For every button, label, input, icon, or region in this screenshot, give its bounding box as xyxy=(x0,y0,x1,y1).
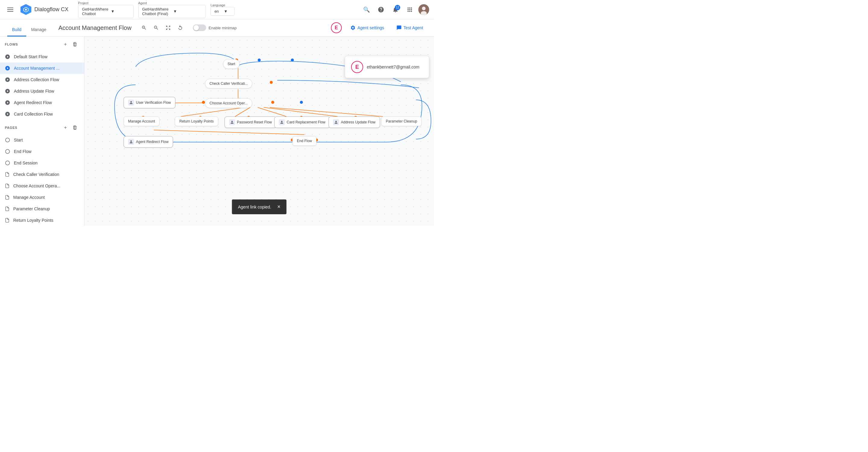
minimap-switch[interactable] xyxy=(193,24,206,31)
sidebar-item-check-caller[interactable]: Check Caller Verification xyxy=(0,169,84,180)
delete-page-button[interactable] xyxy=(71,123,79,132)
language-dropdown-group: Language en ▼ xyxy=(210,3,235,16)
sidebar-item-default-start[interactable]: Default Start Flow xyxy=(0,51,84,62)
sidebar-item-address-update[interactable]: Address Update Flow xyxy=(0,85,84,97)
sidebar-item-label-parameter-cleanup: Parameter Cleanup xyxy=(13,206,50,211)
add-flow-button[interactable]: + xyxy=(61,40,70,49)
pages-section-header: PAGES + xyxy=(0,120,84,134)
user-avatar[interactable] xyxy=(418,4,429,15)
check-caller-page-icon xyxy=(5,172,10,177)
sidebar-item-label-end-flow: End Flow xyxy=(14,149,31,154)
password-reset-flow-icon xyxy=(229,119,235,125)
node-end-flow[interactable]: End Flow xyxy=(292,136,316,146)
user-verification-flow-icon xyxy=(128,100,134,106)
search-button[interactable]: 🔍 xyxy=(361,4,373,16)
sidebar-item-label-return-loyalty: Return Loyalty Points xyxy=(13,218,53,223)
sidebar-item-end-flow[interactable]: End Flow xyxy=(0,146,84,157)
node-parameter-cleanup[interactable]: Parameter Cleanup xyxy=(381,116,422,126)
agent-settings-label: Agent settings xyxy=(358,25,384,30)
minimap-toggle[interactable]: Enable minimap xyxy=(193,24,237,31)
profile-email: ethankbennett7@gmail.com xyxy=(367,64,420,69)
reset-button[interactable] xyxy=(175,22,186,33)
node-choose-account[interactable]: Choose Account Oper... xyxy=(205,98,252,108)
tab-bar: Build Manage xyxy=(0,19,51,36)
fit-screen-button[interactable] xyxy=(163,22,174,33)
flow-icon-agent-redirect xyxy=(5,100,10,105)
node-user-verification[interactable]: User Verification Flow xyxy=(124,97,176,108)
node-return-loyalty[interactable]: Return Loyalty Points xyxy=(175,116,218,126)
node-password-reset-label: Password Reset Flow xyxy=(237,120,272,124)
card-replacement-flow-icon xyxy=(279,119,285,125)
tab-build[interactable]: Build xyxy=(7,24,26,36)
end-session-page-icon xyxy=(5,160,10,166)
node-card-replacement[interactable]: Card Replacement Flow xyxy=(274,116,330,128)
test-agent-button[interactable]: Test Agent xyxy=(393,23,427,32)
project-dropdown-group: Project GetHardWhere Chatbot ▼ xyxy=(78,1,133,18)
sidebar-item-end-session[interactable]: End Session xyxy=(0,157,84,169)
toast-close-button[interactable]: × xyxy=(277,204,281,210)
app-name: Dialogflow CX xyxy=(34,6,68,13)
parameter-cleanup-page-icon xyxy=(5,206,10,211)
language-value: en xyxy=(214,9,221,13)
menu-button[interactable] xyxy=(5,5,16,14)
toast-message: Agent link copied. xyxy=(238,204,271,209)
node-parameter-cleanup-label: Parameter Cleanup xyxy=(386,119,417,123)
node-password-reset[interactable]: Password Reset Flow xyxy=(224,116,276,128)
language-label: Language xyxy=(210,3,235,7)
manage-account-page-icon xyxy=(5,195,10,200)
sidebar-item-manage-account[interactable]: Manage Account xyxy=(0,192,84,203)
node-agent-redirect-label: Agent Redirect Flow xyxy=(136,140,168,144)
agent-settings-button[interactable]: Agent settings xyxy=(347,23,388,32)
pages-section-actions: + xyxy=(61,123,79,132)
flow-icon-default xyxy=(5,54,10,59)
logo-icon xyxy=(21,4,31,15)
e-avatar[interactable]: E xyxy=(331,22,342,33)
agent-arrow-icon: ▼ xyxy=(173,9,202,13)
language-select[interactable]: en ▼ xyxy=(210,7,235,16)
notifications-button[interactable]: 12 xyxy=(390,4,401,16)
node-address-update-label: Address Update Flow xyxy=(341,120,375,124)
zoom-in-button[interactable] xyxy=(138,22,150,33)
sidebar-item-account-management[interactable]: Account Management ... xyxy=(0,62,84,74)
main-layout: FLOWS + Default Start Flow Account Manag… xyxy=(0,36,434,226)
tab-manage[interactable]: Manage xyxy=(26,24,51,36)
help-button[interactable] xyxy=(375,4,387,16)
pages-section-label: PAGES xyxy=(5,126,18,130)
toggle-knob xyxy=(193,25,199,30)
project-select[interactable]: GetHardWhere Chatbot ▼ xyxy=(78,5,133,18)
zoom-out-button[interactable] xyxy=(151,22,161,33)
sidebar-item-label-card-collection: Card Collection Flow xyxy=(14,112,53,116)
flows-section-label: FLOWS xyxy=(5,43,18,46)
agent-select[interactable]: GetHardWhere Chatbot (Final) ▼ xyxy=(138,5,206,18)
topbar: Dialogflow CX Project GetHardWhere Chatb… xyxy=(0,0,434,19)
canvas-area[interactable]: Start Check Caller Verificati... Choose … xyxy=(84,36,434,226)
svg-point-7 xyxy=(5,161,10,165)
sidebar-item-start[interactable]: Start xyxy=(0,134,84,146)
sidebar-item-choose-account[interactable]: Choose Account Opera... xyxy=(0,180,84,192)
agent-value: GetHardWhere Chatbot (Final) xyxy=(142,7,171,16)
sidebar-item-address-collection[interactable]: Address Collection Flow xyxy=(0,74,84,85)
node-manage-account[interactable]: Manage Account xyxy=(124,116,159,126)
sidebar-item-label-agent-redirect: Agent Redirect Flow xyxy=(14,100,52,105)
dot-start-blue xyxy=(258,59,261,61)
sidebar-item-agent-redirect[interactable]: Agent Redirect Flow xyxy=(0,97,84,108)
svg-point-3 xyxy=(422,7,426,10)
dot-choose-blue xyxy=(300,101,303,104)
sidebar-item-parameter-cleanup[interactable]: Parameter Cleanup xyxy=(0,203,84,215)
apps-button[interactable] xyxy=(404,4,416,16)
node-address-update[interactable]: Address Update Flow xyxy=(329,116,380,128)
node-agent-redirect[interactable]: Agent Redirect Flow xyxy=(124,136,173,147)
delete-flow-button[interactable] xyxy=(71,40,79,49)
add-page-button[interactable]: + xyxy=(61,123,70,132)
sidebar-item-label-manage-account: Manage Account xyxy=(13,195,44,200)
sidebar-item-label-address-update: Address Update Flow xyxy=(14,89,54,93)
test-agent-label: Test Agent xyxy=(404,25,423,30)
sidebar-item-return-loyalty[interactable]: Return Loyalty Points xyxy=(0,215,84,226)
sidebar-item-card-collection[interactable]: Card Collection Flow xyxy=(0,108,84,120)
node-check-caller[interactable]: Check Caller Verificati... xyxy=(205,79,252,88)
dot-start-blue2 xyxy=(291,59,294,61)
end-flow-page-icon xyxy=(5,149,10,154)
node-end-flow-label: End Flow xyxy=(297,139,312,143)
node-start[interactable]: Start xyxy=(223,59,240,69)
flow-icon-card-collection xyxy=(5,111,10,117)
